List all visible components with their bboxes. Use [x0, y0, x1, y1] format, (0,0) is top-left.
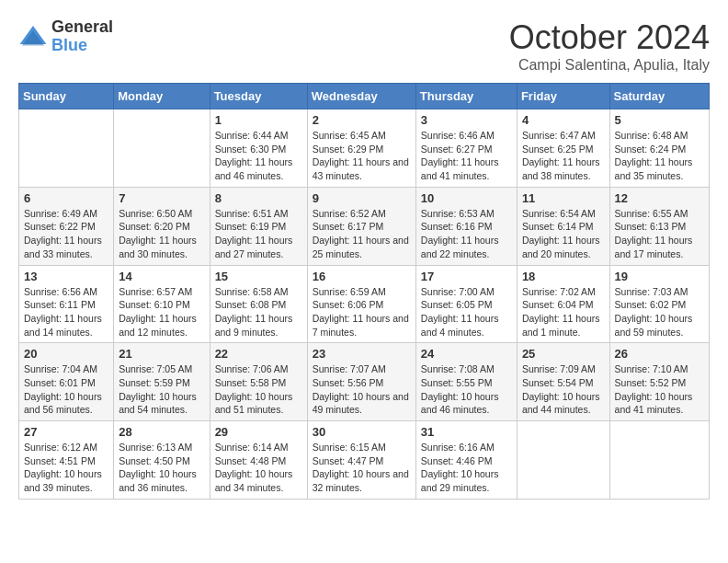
day-header-thursday: Thursday [415, 84, 517, 109]
cell-info: Sunset: 6:14 PM [522, 220, 605, 234]
cell-info: Sunset: 6:24 PM [615, 143, 704, 156]
cell-info: Sunset: 5:59 PM [119, 376, 204, 390]
calendar-cell: 12Sunrise: 6:55 AMSunset: 6:13 PMDayligh… [609, 187, 709, 265]
day-number: 29 [215, 425, 302, 439]
day-number: 26 [615, 347, 704, 361]
cell-info: Daylight: 11 hours and 33 minutes. [24, 234, 108, 260]
calendar-cell: 1Sunrise: 6:44 AMSunset: 6:30 PMDaylight… [210, 109, 307, 188]
cell-info: Sunrise: 7:08 AM [421, 362, 512, 376]
day-number: 9 [313, 191, 411, 205]
day-number: 1 [215, 113, 302, 127]
cell-info: Sunrise: 6:59 AM [313, 285, 411, 299]
calendar-cell: 6Sunrise: 6:49 AMSunset: 6:22 PMDaylight… [19, 187, 114, 265]
day-number: 14 [119, 270, 204, 283]
cell-info: Sunset: 6:11 PM [24, 298, 108, 312]
calendar-cell: 16Sunrise: 6:59 AMSunset: 6:06 PMDayligh… [307, 265, 415, 343]
cell-info: Daylight: 10 hours and 32 minutes. [313, 467, 411, 494]
cell-info: Sunrise: 6:52 AM [313, 207, 411, 221]
day-number: 10 [421, 191, 512, 205]
location: Campi Salentina, Apulia, Italy [509, 57, 710, 74]
cell-info: Sunrise: 6:46 AM [421, 129, 512, 143]
cell-info: Sunrise: 6:57 AM [119, 285, 204, 299]
calendar-cell: 9Sunrise: 6:52 AMSunset: 6:17 PMDaylight… [307, 187, 415, 265]
cell-info: Sunset: 6:08 PM [215, 298, 302, 312]
cell-info: Sunrise: 6:56 AM [24, 285, 108, 299]
day-number: 6 [24, 191, 108, 205]
cell-info: Sunset: 6:06 PM [313, 298, 411, 312]
cell-info: Sunset: 5:52 PM [615, 376, 704, 390]
cell-info: Daylight: 11 hours and 46 minutes. [215, 155, 302, 182]
calendar-cell: 2Sunrise: 6:45 AMSunset: 6:29 PMDaylight… [307, 109, 415, 188]
cell-info: Daylight: 11 hours and 4 minutes. [421, 312, 512, 339]
day-number: 31 [421, 425, 512, 439]
calendar-cell: 7Sunrise: 6:50 AMSunset: 6:20 PMDaylight… [114, 187, 210, 265]
cell-info: Sunset: 6:27 PM [421, 143, 512, 156]
cell-info: Daylight: 10 hours and 29 minutes. [421, 467, 512, 494]
cell-info: Daylight: 10 hours and 34 minutes. [215, 467, 302, 494]
day-header-sunday: Sunday [19, 84, 114, 109]
cell-info: Daylight: 10 hours and 39 minutes. [24, 467, 108, 494]
cell-info: Sunrise: 6:53 AM [421, 207, 512, 221]
cell-info: Daylight: 11 hours and 27 minutes. [215, 234, 302, 260]
cell-info: Sunset: 5:58 PM [215, 376, 302, 390]
cell-info: Sunrise: 6:48 AM [615, 129, 704, 143]
calendar-cell: 31Sunrise: 6:16 AMSunset: 4:46 PMDayligh… [415, 421, 517, 500]
cell-info: Sunset: 4:51 PM [24, 454, 108, 468]
day-number: 11 [522, 191, 605, 205]
cell-info: Sunrise: 6:49 AM [24, 207, 108, 221]
logo-general: General [51, 18, 113, 37]
calendar-cell: 18Sunrise: 7:02 AMSunset: 6:04 PMDayligh… [517, 265, 609, 343]
cell-info: Daylight: 10 hours and 54 minutes. [119, 390, 204, 417]
cell-info: Sunrise: 6:16 AM [421, 441, 512, 454]
cell-info: Sunset: 6:04 PM [522, 298, 605, 312]
cell-info: Sunset: 5:54 PM [522, 376, 605, 390]
day-number: 23 [313, 347, 411, 361]
day-number: 27 [24, 425, 108, 439]
cell-info: Sunrise: 6:55 AM [615, 207, 704, 221]
cell-info: Sunrise: 7:07 AM [313, 362, 411, 376]
cell-info: Daylight: 10 hours and 51 minutes. [215, 390, 302, 417]
cell-info: Sunset: 6:02 PM [615, 298, 704, 312]
cell-info: Daylight: 11 hours and 35 minutes. [615, 155, 704, 182]
cell-info: Sunset: 6:16 PM [421, 220, 512, 234]
day-number: 28 [119, 425, 204, 439]
cell-info: Sunset: 4:50 PM [119, 454, 204, 468]
calendar-cell [609, 421, 709, 500]
logo-icon [18, 22, 48, 52]
calendar-cell: 27Sunrise: 6:12 AMSunset: 4:51 PMDayligh… [19, 421, 114, 500]
calendar-cell: 13Sunrise: 6:56 AMSunset: 6:11 PMDayligh… [19, 265, 114, 343]
cell-info: Sunrise: 6:45 AM [313, 129, 411, 143]
logo-blue: Blue [51, 37, 113, 55]
day-number: 30 [313, 425, 411, 439]
calendar-cell: 21Sunrise: 7:05 AMSunset: 5:59 PMDayligh… [114, 343, 210, 421]
cell-info: Sunset: 4:47 PM [313, 454, 411, 468]
cell-info: Sunrise: 7:04 AM [24, 362, 108, 376]
cell-info: Sunset: 6:30 PM [215, 143, 302, 156]
calendar-cell: 20Sunrise: 7:04 AMSunset: 6:01 PMDayligh… [19, 343, 114, 421]
cell-info: Daylight: 10 hours and 36 minutes. [119, 467, 204, 494]
day-number: 20 [24, 347, 108, 361]
cell-info: Sunrise: 6:50 AM [119, 207, 204, 221]
cell-info: Sunset: 6:05 PM [421, 298, 512, 312]
cell-info: Sunrise: 7:02 AM [522, 285, 605, 299]
cell-info: Daylight: 11 hours and 20 minutes. [522, 234, 605, 260]
calendar-cell: 30Sunrise: 6:15 AMSunset: 4:47 PMDayligh… [307, 421, 415, 500]
cell-info: Daylight: 11 hours and 7 minutes. [313, 312, 411, 339]
cell-info: Daylight: 10 hours and 49 minutes. [313, 390, 411, 417]
cell-info: Sunrise: 6:51 AM [215, 207, 302, 221]
cell-info: Sunset: 6:17 PM [313, 220, 411, 234]
calendar-table: SundayMondayTuesdayWednesdayThursdayFrid… [18, 83, 710, 500]
week-row-1: 1Sunrise: 6:44 AMSunset: 6:30 PMDaylight… [19, 109, 710, 188]
calendar-cell: 8Sunrise: 6:51 AMSunset: 6:19 PMDaylight… [210, 187, 307, 265]
day-number: 13 [24, 270, 108, 283]
cell-info: Sunrise: 6:58 AM [215, 285, 302, 299]
cell-info: Daylight: 11 hours and 41 minutes. [421, 155, 512, 182]
cell-info: Daylight: 10 hours and 46 minutes. [421, 390, 512, 417]
calendar-cell: 10Sunrise: 6:53 AMSunset: 6:16 PMDayligh… [415, 187, 517, 265]
cell-info: Sunrise: 7:03 AM [615, 285, 704, 299]
calendar-cell: 24Sunrise: 7:08 AMSunset: 5:55 PMDayligh… [415, 343, 517, 421]
day-number: 16 [313, 270, 411, 283]
cell-info: Sunrise: 6:44 AM [215, 129, 302, 143]
calendar-cell: 11Sunrise: 6:54 AMSunset: 6:14 PMDayligh… [517, 187, 609, 265]
cell-info: Daylight: 11 hours and 1 minute. [522, 312, 605, 339]
